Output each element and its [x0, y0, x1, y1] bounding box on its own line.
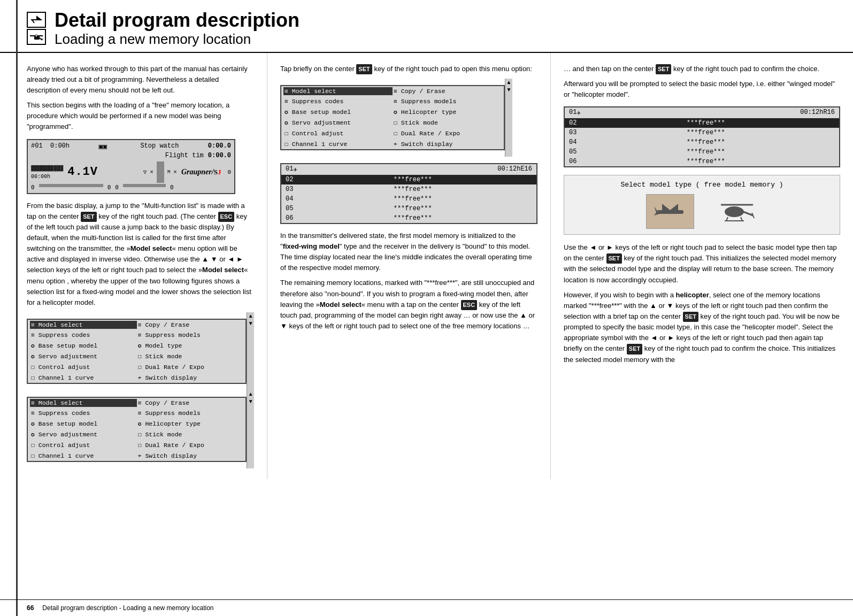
model-row-04-right: 04 ***free***: [565, 137, 839, 147]
model-list-right: 01 ✈ 00:12hR16 02 ***free*** 03 ***free*…: [564, 106, 840, 167]
menu-col-servo-mid: ✪ Servo adjustment: [283, 118, 393, 127]
svg-rect-8: [657, 210, 683, 214]
mid-tap-text: Tap briefly on the center SET key of the…: [280, 64, 537, 74]
header: Detail program description Loading a new…: [0, 0, 853, 53]
footer-page-num: 66: [27, 604, 34, 612]
footer: 66 Detail program description - Loading …: [0, 599, 853, 616]
s0-right: 0: [170, 184, 174, 191]
main-content: Anyone who has worked through to this pa…: [0, 53, 853, 479]
menu-col-base-1: ✪ Base setup model: [30, 341, 137, 350]
right-use-keys: Use the ◄ or ► keys of the left or right…: [564, 242, 840, 286]
menu-col-servo-2: ✪ Servo adjustment: [30, 430, 137, 438]
menu-rows-1: ≡ Model select ≡ Copy / Erase ≡ Suppress…: [28, 320, 245, 383]
key-set-right3: SET: [683, 312, 698, 322]
menu-row-1-4: ✪ Servo adjustment ☐ Stick mode: [28, 351, 245, 361]
menu-row-1-5: ☐ Control adjust ☐ Dual Rate / Expo: [28, 361, 245, 372]
row04-content-mid: ***free***: [293, 195, 532, 203]
row03-content-mid: ***free***: [293, 186, 532, 193]
stopwatch-val: 0:00.0: [208, 142, 231, 151]
menu-col-channel-2: ☐ Channel 1 curve: [30, 451, 137, 460]
menu-col-channel-mid: ☐ Channel 1 curve: [283, 140, 393, 148]
menu-row-1-2: ≡ Suppress codes ≡ Suppress models: [28, 330, 245, 340]
s0-mid2: 0: [115, 184, 119, 191]
menu-screen-2-inner: ≡ Model select ≡ Copy / Erase ≡ Suppress…: [27, 397, 247, 462]
row01-spacer-mid: [297, 165, 497, 174]
col-right: … and then tap on the center SET key of …: [551, 53, 853, 479]
row01-spacer-right: [581, 109, 800, 117]
menu-row-2-6: ☐ Channel 1 curve ≁ Switch display: [28, 450, 245, 461]
main-slider: [39, 184, 103, 187]
slider-row: 0 0 0 0: [31, 184, 231, 191]
basic-display: #01 0:00h ▣▣ Stop watch 0:00.0 Flight ti…: [27, 139, 235, 194]
scrollbar-mid: ▲ ▼: [505, 79, 512, 157]
row03-content-right: ***free***: [577, 129, 835, 136]
menu-col-control-1: ☐ Control adjust: [30, 363, 137, 371]
menu-rows-2: ≡ Model select ≡ Copy / Erase ≡ Suppress…: [28, 398, 245, 461]
menu-rows-mid: ≡ Model select ≡ Copy / Erase ≡ Suppress…: [281, 86, 504, 149]
display-model: #01 0:00h: [31, 142, 70, 151]
display-row3: ▓▓▓▓▓▓▓▓▓▓ 00:00h 4.1V ▽ × M × Graupner/…: [31, 161, 231, 183]
menu-col-suppress-1: ≡ Suppress codes: [30, 331, 137, 339]
s0-mid1: 0: [107, 184, 111, 191]
plane-type-svg: [651, 198, 689, 225]
model-row-05-right: 05 ***free***: [565, 147, 839, 157]
scroll-down-1: ▼: [248, 320, 253, 327]
row04-num-right: 04: [569, 138, 577, 146]
model-row-02-mid: 02 ***free***: [281, 175, 536, 184]
page-subtitle: Loading a new memory location: [55, 31, 299, 48]
row01-num-right: 01: [569, 109, 577, 117]
menu-row-1-6: ☐ Channel 1 curve ≁ Switch display: [28, 372, 245, 383]
row01-icon-mid: ✈: [293, 165, 297, 174]
svg-point-7: [35, 35, 37, 37]
menu-row-mid-2: ≡ Suppress codes ≡ Suppress models: [281, 96, 504, 106]
display-row2: Flight tim 0:00.0: [31, 152, 231, 159]
scroll-up-mid: ▲: [506, 79, 512, 86]
plane-icon-box: [27, 12, 46, 28]
key-set-right2: SET: [606, 253, 622, 264]
heli-type-icon: [716, 194, 758, 229]
right-para-afterward: Afterward you will be prompted to select…: [564, 79, 840, 100]
row01-time-mid: 00:12hE16: [497, 165, 532, 174]
menu-col-dualrate-mid: ☐ Dual Rate / Expo: [393, 129, 502, 137]
menu-row-1-1: ≡ Model select ≡ Copy / Erase: [28, 320, 245, 330]
menu-col-suppress-models-mid: ≡ Suppress models: [393, 97, 502, 105]
menu-screen-mid-inner: ≡ Model select ≡ Copy / Erase ≡ Suppress…: [280, 85, 505, 150]
row01-icon-right: ✈: [577, 109, 581, 117]
right-para-helicopter: However, if you wish to begin with a hel…: [564, 290, 840, 365]
page-title: Detail program description: [55, 10, 299, 31]
scrollbar-2: ▲ ▼: [247, 390, 254, 468]
heli-icon-box: [27, 29, 46, 45]
row02-content-mid: ***free***: [293, 176, 532, 183]
left-para1: Anyone who has worked through to this pa…: [27, 64, 254, 96]
menu-col-suppress-models-1: ≡ Suppress models: [137, 331, 244, 339]
side-slider: [123, 184, 166, 187]
menu-col-helitype-2: ✪ Helicopter type: [137, 419, 244, 428]
svg-marker-10: [670, 204, 678, 210]
model-row-01-right: 01 ✈ 00:12hR16: [565, 107, 839, 118]
menu-col-modeltype-1: ✪ Model type: [137, 341, 244, 350]
model-row-04-mid: 04 ***free***: [281, 194, 536, 204]
menu-col-dualrate-2: ☐ Dual Rate / Expo: [137, 441, 244, 449]
col-left: Anyone who has worked through to this pa…: [0, 53, 267, 479]
model-row-03-right: 03 ***free***: [565, 128, 839, 137]
row01-time-right: 00:12hR16: [800, 109, 835, 117]
svg-point-14: [725, 206, 744, 217]
row05-num-mid: 05: [286, 205, 293, 212]
left-para2: This section begins with the loading of …: [27, 100, 254, 132]
slider1: [157, 161, 164, 183]
select-type-box: Select model type ( free model memory ): [564, 175, 840, 235]
menu-row-mid-4: ✪ Servo adjustment ☐ Stick mode: [281, 117, 504, 128]
sliders: ▽ × M ×: [143, 161, 177, 183]
menu-col-stick-mid: ☐ Stick mode: [393, 118, 502, 127]
m-label: M: [167, 170, 170, 175]
menu-col-base-2: ✪ Base setup model: [30, 419, 137, 428]
menu-col-switch-mid: ≁ Switch display: [393, 140, 502, 148]
scroll-up-1: ▲: [248, 312, 253, 320]
menu-col-helitype-mid: ✪ Helicopter type: [393, 107, 502, 116]
menu-col-copy-erase-1: ≡ Copy / Erase: [137, 321, 244, 329]
col-mid: Tap briefly on the center SET key of the…: [267, 53, 551, 479]
key-set-right4: SET: [627, 344, 642, 354]
model-row-05-mid: 05 ***free***: [281, 204, 536, 213]
row06-content-right: ***free***: [577, 158, 835, 165]
menu-row-2-2: ≡ Suppress codes ≡ Suppress models: [28, 408, 245, 418]
